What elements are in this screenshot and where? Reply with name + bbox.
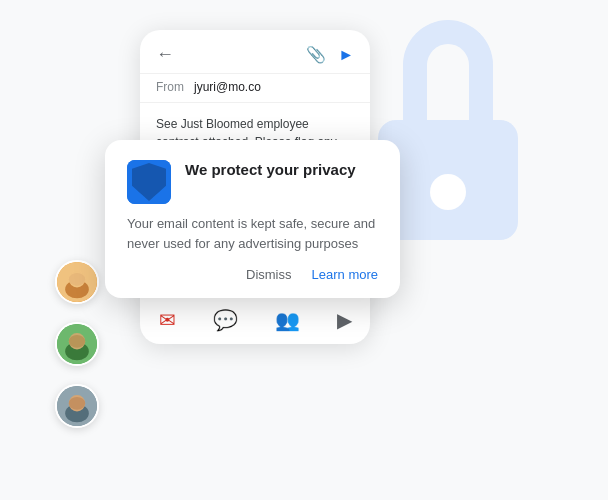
popup-body: Your email content is kept safe, secure …	[127, 214, 378, 253]
learn-more-button[interactable]: Learn more	[312, 267, 378, 282]
svg-point-7	[69, 335, 85, 348]
popup-title: We protect your privacy	[185, 160, 356, 180]
send-icon[interactable]: ►	[338, 46, 354, 64]
svg-text:G: G	[143, 174, 155, 191]
avatar-2	[55, 322, 99, 366]
google-shield-icon: G	[127, 160, 171, 204]
from-row: From jyuri@mo.co	[140, 74, 370, 103]
svg-point-3	[69, 273, 85, 286]
scene: ← 📎 ► From jyuri@mo.co See Just Bloomed …	[0, 0, 608, 500]
popup-header: G We protect your privacy	[127, 160, 378, 204]
bottom-navigation: ✉ 💬 👥 ▶	[140, 297, 370, 344]
from-value: jyuri@mo.co	[194, 80, 261, 94]
back-icon[interactable]: ←	[156, 44, 174, 65]
svg-rect-12	[127, 160, 171, 204]
attachment-icon[interactable]: 📎	[306, 45, 326, 64]
chat-nav-icon[interactable]: 💬	[213, 308, 238, 332]
privacy-popup: G We protect your privacy Your email con…	[105, 140, 400, 298]
meet-nav-icon[interactable]: 👥	[275, 308, 300, 332]
gmail-nav-icon[interactable]: ✉	[159, 308, 176, 332]
avatar-3	[55, 384, 99, 428]
video-nav-icon[interactable]: ▶	[337, 308, 352, 332]
avatar-1	[55, 260, 99, 304]
avatar-stack	[55, 260, 99, 428]
email-header: ← 📎 ►	[140, 30, 370, 74]
popup-actions: Dismiss Learn more	[127, 267, 378, 282]
from-label: From	[156, 80, 188, 94]
svg-point-11	[69, 397, 85, 410]
dismiss-button[interactable]: Dismiss	[246, 267, 292, 282]
